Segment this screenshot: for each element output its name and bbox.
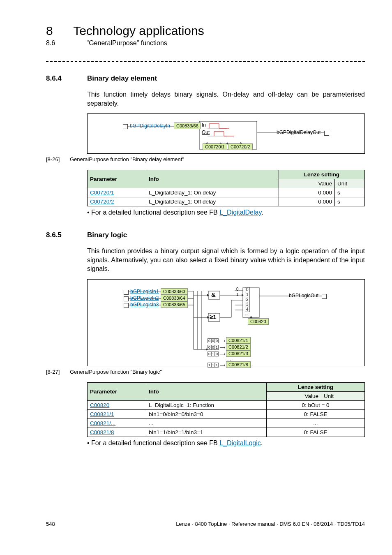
param-link[interactable]: C00821/8 — [90, 429, 114, 435]
mux-input-label: 0 — [236, 287, 239, 291]
col-header: Parameter — [88, 170, 146, 188]
heading-number: 8.6.5 — [46, 231, 87, 239]
figure-binary-delay: bGPDigitalDelayIn C00833/66 In Out C0072… — [87, 113, 365, 154]
section-number: 8.6 — [46, 39, 85, 47]
footer-text: Lenze · 8400 TopLine · Reference manual … — [176, 521, 365, 527]
col-header: Info — [146, 170, 279, 188]
truth-dots: ... — [208, 357, 251, 361]
param-link[interactable]: C00720/2 — [90, 199, 114, 205]
box-label-out: Out — [202, 130, 210, 135]
input-port-icon — [124, 296, 129, 301]
table-row: C00720/1 L_DigitalDelay_1: On delay 0.00… — [88, 188, 365, 197]
svg-marker-33 — [250, 316, 252, 318]
truth-row: 010 ⟶ C00821/3 — [208, 350, 251, 357]
table-row: C00820 L_DigitalLogic_1: Function 0: bOu… — [88, 400, 365, 409]
table-row: C00821/8 bIn1=1/bIn2=1/bIn3=1 0: FALSE — [88, 428, 365, 437]
fb-link[interactable]: L_DigitalDelay — [219, 209, 261, 216]
note-line: • For a detailed functional description … — [87, 209, 365, 216]
table-row: C00821/... ... ... — [88, 419, 365, 428]
svg-marker-22 — [207, 316, 209, 319]
code-chip[interactable]: C00720/2 — [228, 143, 253, 150]
input-port-icon — [124, 290, 129, 295]
paragraph: This function provides a binary output s… — [87, 247, 365, 273]
truth-row: 111 ⟶ C00821/8 — [208, 361, 251, 368]
port-label: bGPLogicIn2 — [130, 295, 159, 301]
truth-row: 000 ⟶ C00821/1 — [208, 337, 251, 344]
param-link[interactable]: C00821/1 — [90, 411, 114, 417]
port-label: bGPLogicIn3 — [130, 302, 159, 308]
and-gate-label: & — [211, 291, 216, 298]
code-chip[interactable]: C00821/2 — [226, 344, 251, 350]
chapter-number: 8 — [46, 24, 53, 37]
mux-input-label: 1 — [236, 292, 239, 297]
paragraph: This function timely delays binary signa… — [87, 90, 365, 108]
or-gate-label: ≥1 — [210, 313, 217, 320]
code-chip[interactable]: C00720/1 — [203, 143, 227, 150]
col-subheader: Value — [267, 391, 321, 400]
port-label: bGPDigitalDelayIn — [130, 123, 170, 129]
heading-title: Binary logic — [87, 231, 127, 239]
output-port-icon — [322, 294, 327, 299]
figure-caption: [8-26]GeneralPurpose function "Binary de… — [46, 156, 365, 162]
svg-marker-24 — [242, 294, 244, 296]
table-row: C00821/1 bIn1=0/bIn2=0/bIn3=0 0: FALSE — [88, 409, 365, 419]
divider — [46, 61, 365, 62]
parameter-table: Parameter Info Lenze setting Value Unit … — [87, 382, 365, 437]
note-line: • For a detailed functional description … — [87, 439, 365, 447]
code-chip[interactable]: C00821/1 — [226, 337, 251, 344]
parameter-table: Parameter Info Lenze setting Value Unit … — [87, 170, 365, 206]
col-header: Info — [146, 382, 267, 400]
code-chip[interactable]: C00833/63 — [161, 288, 188, 295]
port-label: bGPLogicOut — [289, 293, 318, 298]
code-chip[interactable]: C00821/3 — [226, 350, 251, 357]
param-link[interactable]: C00720/1 — [90, 190, 114, 196]
figure-binary-logic: bGPLogicIn1 C00833/63 bGPLogicIn2 C00833… — [87, 279, 365, 366]
heading-title: Binary delay element — [87, 74, 157, 83]
input-port-icon — [123, 124, 128, 129]
page-number: 548 — [46, 521, 55, 527]
param-link[interactable]: C00820 — [90, 402, 109, 408]
mux-dots: ... — [245, 312, 248, 316]
port-label: bGPDigitalDelayOut — [277, 130, 321, 135]
table-row: C00720/2 L_DigitalDelay_1: Off delay 0.0… — [88, 197, 365, 206]
param-link[interactable]: C00821/... — [90, 420, 115, 426]
col-header: Lenze setting — [279, 170, 365, 179]
col-subheader: Unit — [335, 179, 365, 188]
code-chip[interactable]: C00833/64 — [161, 295, 188, 301]
output-port-icon — [324, 131, 329, 136]
code-chip[interactable]: C00833/65 — [161, 301, 188, 308]
figure-caption: [8-27]GeneralPurpose function "Binary lo… — [46, 369, 365, 375]
col-header: Parameter — [88, 382, 146, 400]
section-title: "GeneralPurpose" functions — [86, 39, 167, 46]
code-chip[interactable]: C00820 — [248, 318, 269, 325]
input-port-icon — [124, 303, 129, 308]
col-subheader: Unit — [321, 391, 365, 400]
port-label: bGPLogicIn1 — [130, 289, 159, 294]
svg-marker-20 — [207, 294, 209, 296]
col-header: Lenze setting — [267, 382, 365, 391]
fb-link[interactable]: L_DigitalLogic — [219, 439, 261, 446]
heading-number: 8.6.4 — [46, 74, 87, 83]
code-chip[interactable]: C00833/66 — [174, 123, 201, 129]
chapter-title: Technology applications — [73, 24, 204, 37]
col-subheader: Value — [279, 179, 335, 188]
code-chip[interactable]: C00821/8 — [226, 361, 251, 368]
box-label-in: In — [202, 122, 206, 128]
truth-row: 001 ⟶ C00821/2 — [208, 344, 251, 350]
